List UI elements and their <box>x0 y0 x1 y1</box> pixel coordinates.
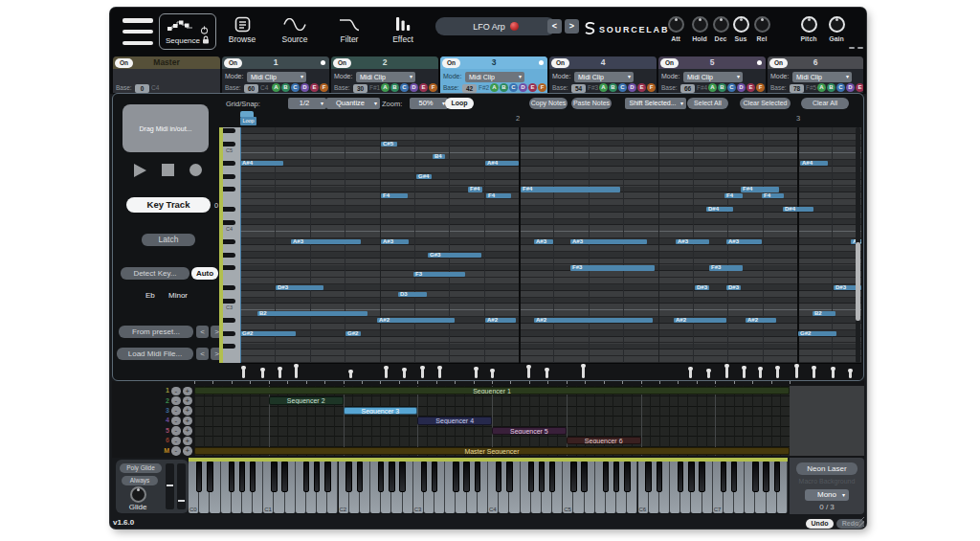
track-base-value[interactable]: 66 <box>680 84 695 94</box>
piano-key-black[interactable] <box>314 462 320 492</box>
knob-gain-dial[interactable] <box>829 16 845 33</box>
load-midi-prev-button[interactable]: < <box>196 348 209 360</box>
velocity-marker[interactable] <box>849 371 852 378</box>
tab-filter[interactable]: Filter <box>325 15 373 44</box>
velocity-marker[interactable] <box>725 366 728 378</box>
track-slot-a[interactable]: A <box>708 83 717 92</box>
piano-key-black[interactable] <box>281 462 287 492</box>
piano-key-black[interactable] <box>207 462 212 492</box>
midi-note[interactable]: C#5 <box>381 142 397 147</box>
track-slot-e[interactable]: E <box>746 83 755 92</box>
track-slot-a[interactable]: A <box>817 83 826 92</box>
arranger-row-minus-button[interactable]: - <box>171 437 181 446</box>
midi-note[interactable]: A#2 <box>377 318 455 323</box>
track-mode-select[interactable]: Midi Clip <box>683 72 743 82</box>
select-all-button[interactable]: Select All <box>687 98 728 109</box>
midi-note[interactable]: A#4 <box>485 161 519 166</box>
arranger-clip[interactable]: Master Sequencer <box>194 447 790 455</box>
midi-note[interactable]: F#3 <box>709 265 743 270</box>
track-panel-6[interactable]: 6OnMode:Midi ClipBase:78F#5ABCDEF <box>768 56 863 93</box>
track-slot-c[interactable]: C <box>400 83 409 92</box>
midi-note[interactable]: A#3 <box>570 239 647 244</box>
track-slot-d[interactable]: D <box>410 83 418 92</box>
track-slot-c[interactable]: C <box>618 83 627 92</box>
track-slot-e[interactable]: E <box>310 83 319 92</box>
arranger-row-plus-button[interactable]: + <box>183 406 192 416</box>
clear-selected-button[interactable]: Clear Selected <box>740 98 791 109</box>
piano-key-black[interactable] <box>229 462 234 492</box>
velocity-marker[interactable] <box>491 371 494 378</box>
piano-key-black[interactable] <box>345 462 351 492</box>
preset-display[interactable]: LFO Arp <box>435 17 556 35</box>
velocity-marker[interactable] <box>689 369 692 378</box>
tab-browse[interactable]: Browse <box>218 15 266 44</box>
arranger-row-plus-button[interactable]: + <box>183 396 192 406</box>
stop-button[interactable] <box>162 164 174 176</box>
midi-note[interactable]: B4 <box>433 154 445 159</box>
midi-note[interactable]: F#4 <box>468 187 482 192</box>
track-on-button[interactable]: On <box>333 58 351 68</box>
voice-mode-select[interactable]: Mono <box>805 489 849 501</box>
piano-key-black[interactable] <box>721 462 726 492</box>
undo-button[interactable]: Undo <box>806 519 834 529</box>
piano-key-black[interactable] <box>624 462 630 492</box>
record-button[interactable] <box>189 164 202 176</box>
midi-note[interactable]: G#3 <box>428 253 481 258</box>
velocity-marker[interactable] <box>261 370 264 378</box>
track-slot-d[interactable]: D <box>301 83 309 92</box>
track-slot-a[interactable]: A <box>272 83 280 92</box>
auto-detect-button[interactable]: Auto <box>191 267 218 280</box>
track-slot-a[interactable]: A <box>599 83 608 92</box>
velocity-marker[interactable] <box>438 368 441 378</box>
track-slot-f[interactable]: F <box>538 83 546 92</box>
arranger-row-plus-button[interactable]: + <box>183 417 192 426</box>
piano-key-black[interactable] <box>463 462 469 492</box>
midi-note[interactable]: A#2 <box>485 318 516 323</box>
from-preset-prev-button[interactable]: < <box>196 326 209 338</box>
velocity-marker[interactable] <box>795 366 798 378</box>
arranger-row-plus-button[interactable]: + <box>183 426 192 436</box>
midi-note[interactable]: F#3 <box>570 265 655 270</box>
velocity-marker[interactable] <box>385 368 388 378</box>
midi-note[interactable]: F3 <box>413 272 465 277</box>
arranger-row-plus-button[interactable]: + <box>183 387 192 396</box>
track-panel-4[interactable]: 4OnMode:Midi ClipBase:54F#3ABCDEF <box>549 56 657 93</box>
scrollbar-thumb[interactable] <box>856 242 860 321</box>
velocity-marker[interactable] <box>527 367 530 378</box>
shift-selected-select[interactable]: Shift Selected... <box>625 98 686 109</box>
track-slot-b[interactable]: B <box>718 83 726 92</box>
track-on-button[interactable]: On <box>769 58 788 68</box>
midi-note[interactable]: D#4 <box>706 207 733 212</box>
play-button[interactable] <box>134 164 146 177</box>
midi-note[interactable]: D#3 <box>276 285 323 290</box>
velocity-marker[interactable] <box>349 372 352 378</box>
track-slot-c[interactable]: C <box>836 83 845 92</box>
piano-key-black[interactable] <box>421 462 427 492</box>
piano-key-black[interactable] <box>496 462 501 492</box>
knob-hold-dial[interactable] <box>692 16 708 33</box>
track-panel-2[interactable]: 2OnMode:Midi ClipBase:30F#1ABCDEF <box>331 56 438 93</box>
vertical-piano[interactable]: C5C4C3 <box>219 127 240 363</box>
midi-note[interactable]: D#3 <box>726 285 741 290</box>
track-slot-e[interactable]: E <box>637 83 646 92</box>
tab-source[interactable]: Source <box>271 15 319 44</box>
piano-key-black[interactable] <box>250 462 256 492</box>
piano-key-black[interactable] <box>657 462 662 492</box>
midi-note[interactable]: A#2 <box>674 318 726 323</box>
track-panel-5[interactable]: 5OnMode:Midi ClipBase:66F#4ABCDEF <box>658 56 766 93</box>
velocity-marker[interactable] <box>242 368 245 378</box>
midi-note[interactable]: F#4 <box>741 187 779 192</box>
from-preset-button[interactable]: From preset... <box>119 326 193 338</box>
track-on-button[interactable]: On <box>224 58 242 68</box>
arranger-clip[interactable]: Sequencer 4 <box>417 417 492 424</box>
arranger-row-minus-button[interactable]: - <box>171 396 181 406</box>
midi-note[interactable]: A#3 <box>534 239 553 244</box>
track-slot-c[interactable]: C <box>727 83 736 92</box>
synth-preset-button[interactable]: Neon Laser <box>796 462 858 475</box>
piano-key-black[interactable] <box>774 462 780 492</box>
piano-key-black[interactable] <box>239 462 245 492</box>
copy-notes-button[interactable]: Copy Notes <box>529 98 568 109</box>
track-on-button[interactable]: On <box>551 58 569 68</box>
track-base-value[interactable]: 54 <box>571 84 586 94</box>
velocity-lane[interactable] <box>240 363 861 380</box>
